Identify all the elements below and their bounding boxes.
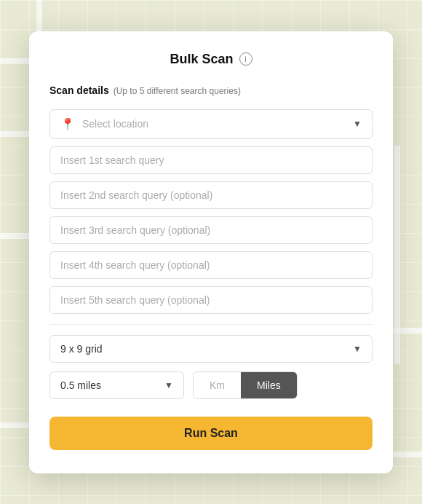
grid-select-value: 9 x 9 grid — [60, 343, 103, 355]
scan-details-label: Scan details — [49, 84, 109, 96]
search-query-5[interactable] — [49, 286, 373, 314]
location-chevron-icon: ▼ — [353, 119, 362, 129]
run-scan-button[interactable]: Run Scan — [49, 417, 373, 450]
miles-button[interactable]: Miles — [241, 372, 297, 398]
distance-chevron-icon: ▼ — [164, 380, 173, 390]
divider — [49, 324, 373, 325]
scan-details-header: Scan details (Up to 5 different search q… — [49, 84, 373, 99]
km-button[interactable]: Km — [194, 372, 241, 398]
location-select-text: Select location — [82, 118, 353, 130]
modal-overlay: Bulk Scan i Scan details (Up to 5 differ… — [0, 0, 422, 504]
info-icon[interactable]: i — [239, 52, 252, 66]
search-query-3[interactable] — [49, 216, 373, 244]
unit-toggle: Km Miles — [193, 371, 298, 399]
distance-select[interactable]: 0.5 miles ▼ — [49, 371, 184, 399]
modal-title: Bulk Scan — [170, 52, 233, 67]
grid-select[interactable]: 9 x 9 grid ▼ — [49, 335, 373, 363]
location-pin-icon: 📍 — [60, 117, 75, 131]
grid-chevron-icon: ▼ — [353, 344, 362, 354]
search-query-4[interactable] — [49, 251, 373, 279]
scan-details-sublabel: (Up to 5 different search queries) — [114, 86, 241, 96]
search-query-2[interactable] — [49, 181, 373, 209]
distance-row: 0.5 miles ▼ Km Miles — [49, 371, 373, 399]
distance-select-value: 0.5 miles — [60, 379, 101, 391]
search-query-1[interactable] — [49, 146, 373, 174]
location-select[interactable]: 📍 Select location ▼ — [49, 109, 373, 139]
modal-header: Bulk Scan i — [49, 52, 373, 67]
bulk-scan-modal: Bulk Scan i Scan details (Up to 5 differ… — [29, 31, 393, 473]
